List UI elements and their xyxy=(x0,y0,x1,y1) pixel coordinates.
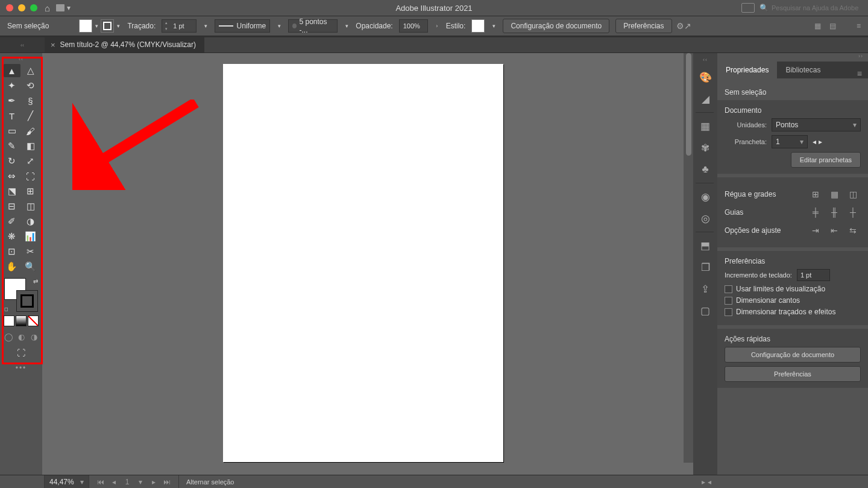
artboard[interactable] xyxy=(223,64,503,462)
graphic-style-swatch[interactable] xyxy=(471,19,485,33)
dock-color[interactable]: 🎨 xyxy=(696,68,715,87)
snap-grid-icon[interactable]: ⇆ xyxy=(845,223,861,238)
stroke-profile[interactable]: 5 pontos -... xyxy=(288,19,338,33)
tool-magic-wand[interactable]: ✦ xyxy=(4,79,20,92)
hscroll-menu[interactable]: ▸ xyxy=(702,478,705,486)
qa-preferences-button[interactable]: Preferências xyxy=(725,366,861,382)
align-icon[interactable]: ▦ xyxy=(814,22,821,30)
opacity-value[interactable]: 100% xyxy=(399,19,428,33)
tool-shape-builder[interactable]: ⬔ xyxy=(4,185,20,198)
edit-toolbar[interactable]: ••• xyxy=(16,364,27,372)
artboard-prev[interactable]: ◂ xyxy=(813,138,816,146)
draw-inside[interactable]: ◑ xyxy=(28,331,39,342)
smart-guides-icon[interactable]: ┼ xyxy=(845,205,861,220)
style-dd[interactable]: ▾ xyxy=(491,23,497,29)
tool-mesh[interactable]: ⊟ xyxy=(4,200,20,213)
keyboard-increment-input[interactable] xyxy=(797,269,830,281)
tool-slice[interactable]: ✂ xyxy=(22,245,39,258)
tool-graph[interactable]: 📊 xyxy=(22,230,39,243)
tool-eyedropper[interactable]: ✐ xyxy=(4,215,20,228)
guides-lock-icon[interactable]: ╫ xyxy=(826,205,842,220)
tool-width[interactable]: ⇔ xyxy=(4,170,20,183)
fill-dropdown[interactable]: ▾ xyxy=(93,23,99,29)
dock-symbols[interactable]: ♣ xyxy=(696,160,715,179)
close-window[interactable] xyxy=(6,4,13,11)
tool-rotate[interactable]: ↻ xyxy=(4,154,20,168)
artboard-dd[interactable]: ▾ xyxy=(134,478,147,486)
tab-properties[interactable]: Propriedades xyxy=(717,62,777,78)
default-colors-icon[interactable]: ◻ xyxy=(4,306,8,312)
units-select[interactable]: Pontos▾ xyxy=(772,118,861,132)
document-tab[interactable]: × Sem título-2 @ 44,47% (CMYK/Visualizar… xyxy=(45,37,204,52)
dock-brushes[interactable]: ✾ xyxy=(696,138,715,157)
opacity-dd[interactable]: › xyxy=(434,23,440,29)
snap-point-icon[interactable]: ⇤ xyxy=(826,223,842,238)
qa-document-setup-button[interactable]: Configuração de documento xyxy=(725,347,861,363)
dock-layers[interactable]: ❐ xyxy=(696,258,715,277)
stroke-weight[interactable]: ▴▾ xyxy=(162,19,197,33)
share-icon[interactable] xyxy=(741,3,755,13)
help-search-input[interactable] xyxy=(772,4,862,11)
tool-zoom[interactable]: 🔍 xyxy=(22,260,39,273)
zoom-level[interactable]: 44,47%▾ xyxy=(45,475,89,488)
dock-asset-export[interactable]: ⇪ xyxy=(696,279,715,299)
artboard-next[interactable]: ▸ xyxy=(819,138,822,146)
canvas[interactable] xyxy=(42,53,693,475)
tool-type[interactable]: T xyxy=(4,109,20,122)
first-artboard[interactable]: ⏮ xyxy=(94,478,107,486)
fill-swatch[interactable] xyxy=(79,19,92,33)
tool-blend[interactable]: ◑ xyxy=(22,215,39,228)
chk-preview-bounds[interactable] xyxy=(725,285,732,293)
stroke-up[interactable]: ▴ xyxy=(162,20,171,26)
tool-pen[interactable]: ✒ xyxy=(4,94,20,107)
vertical-scrollbar[interactable] xyxy=(684,53,693,463)
edit-artboards-button[interactable]: Editar pranchetas xyxy=(791,152,861,168)
tool-eraser[interactable]: ◧ xyxy=(22,139,39,153)
gradient-mode[interactable] xyxy=(16,315,27,326)
transparency-grid-icon[interactable]: ◫ xyxy=(845,187,861,201)
tab-libraries[interactable]: Bibliotecas xyxy=(777,62,829,78)
show-rulers-icon[interactable]: ⊞ xyxy=(808,187,823,201)
tool-line[interactable]: ╱ xyxy=(22,109,39,122)
tool-scale[interactable]: ⤢ xyxy=(22,154,39,168)
stroke-weight-dd[interactable]: ▾ xyxy=(203,23,209,29)
tool-artboard[interactable]: ⊡ xyxy=(4,245,20,258)
tool-lasso[interactable]: ⟲ xyxy=(22,79,39,92)
document-setup-button[interactable]: Configuração de documento xyxy=(503,19,609,33)
stroke-dropdown[interactable]: ▾ xyxy=(115,23,121,29)
current-artboard[interactable]: 1 xyxy=(121,478,134,486)
prev-artboard[interactable]: ◂ xyxy=(107,478,121,486)
tool-free-transform[interactable]: ⛶ xyxy=(22,170,39,183)
tool-selection[interactable]: ▲ xyxy=(4,64,20,77)
menu-icon[interactable]: ≡ xyxy=(857,22,861,30)
dock-swatches[interactable]: ▦ xyxy=(696,116,715,136)
panel-collapse[interactable]: ›› xyxy=(717,53,868,62)
chk-scale-strokes[interactable] xyxy=(725,308,732,316)
stroke-style-dd[interactable]: ▾ xyxy=(276,23,282,29)
minimize-window[interactable] xyxy=(18,4,25,11)
maximize-window[interactable] xyxy=(30,4,37,11)
dock-stroke[interactable]: ◉ xyxy=(696,187,715,206)
show-grid-icon[interactable]: ▦ xyxy=(826,187,842,201)
dock-appearance[interactable]: ◎ xyxy=(696,209,715,228)
tool-perspective[interactable]: ⊞ xyxy=(22,185,39,198)
stroke-style[interactable]: Uniforme xyxy=(215,19,270,33)
panel-menu-icon[interactable]: ≡ xyxy=(851,69,868,78)
last-artboard[interactable]: ⏭ xyxy=(160,478,174,486)
guides-show-icon[interactable]: ╪ xyxy=(808,205,823,220)
dock-graphic-styles[interactable]: ⬒ xyxy=(696,236,715,255)
help-search[interactable]: 🔍 xyxy=(760,2,862,14)
draw-behind[interactable]: ◐ xyxy=(16,331,27,342)
stroke-down[interactable]: ▾ xyxy=(162,26,171,32)
solid-color-mode[interactable] xyxy=(4,315,14,326)
none-color-mode[interactable] xyxy=(28,315,39,326)
dock-collapse[interactable]: ‹‹ xyxy=(703,57,708,65)
toolbox-handle[interactable]: ‹‹ xyxy=(3,56,39,62)
stroke-color[interactable] xyxy=(16,290,38,312)
prefs-icon[interactable]: ⚙↗ xyxy=(678,20,690,32)
tool-direct-selection[interactable]: △ xyxy=(22,64,39,77)
tool-hand[interactable]: ✋ xyxy=(4,260,20,273)
stroke-weight-input[interactable] xyxy=(171,22,192,30)
tool-curvature[interactable]: § xyxy=(22,94,39,107)
tool-symbol-spray[interactable]: ❋ xyxy=(4,230,20,243)
